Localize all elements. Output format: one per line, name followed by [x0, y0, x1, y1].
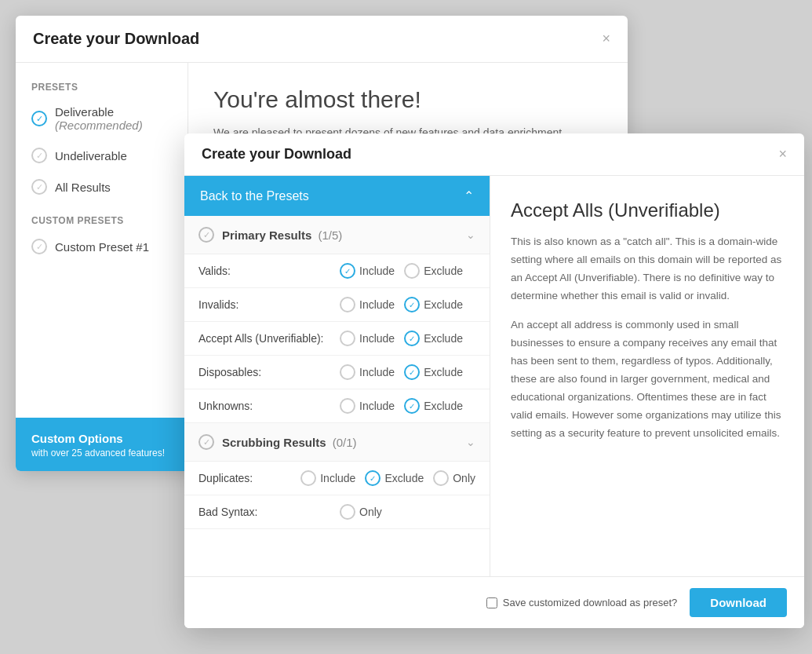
bad-syntax-only-choice[interactable]: Only — [340, 504, 382, 520]
scrubbing-results-header-left: ✓ Scrubbing Results (0/1) — [198, 434, 357, 450]
duplicates-include-circle — [300, 470, 316, 486]
duplicates-exclude-circle: ✓ — [365, 470, 381, 486]
presets-section-label: Presets — [16, 75, 188, 97]
sidebar-item-deliverable[interactable]: ✓ Deliverable (Recommended) — [16, 97, 188, 140]
bad-syntax-only-text: Only — [359, 506, 382, 518]
valids-exclude-circle — [404, 263, 420, 279]
invalids-exclude-text: Exclude — [424, 298, 463, 311]
invalids-exclude-circle: ✓ — [404, 297, 420, 312]
scrubbing-results-check-icon: ✓ — [198, 434, 214, 450]
fg-modal-header: Create your Download × — [184, 133, 804, 176]
disposables-include-circle — [340, 364, 355, 380]
scrubbing-results-header[interactable]: ✓ Scrubbing Results (0/1) ⌄ — [184, 423, 490, 462]
unknowns-include-text: Include — [359, 400, 395, 412]
save-preset-checkbox[interactable] — [486, 597, 497, 608]
unknowns-choices: Include ✓ Exclude — [340, 398, 463, 414]
duplicates-only-choice[interactable]: Only — [433, 470, 475, 486]
back-to-presets-label: Back to the Presets — [200, 189, 309, 203]
unknowns-exclude-choice[interactable]: ✓ Exclude — [404, 398, 463, 414]
bg-sidebar: Presets ✓ Deliverable (Recommended) ✓ Un… — [16, 63, 188, 471]
bad-syntax-only-circle — [340, 504, 355, 520]
disposables-include-text: Include — [359, 366, 395, 378]
invalids-choices: Include ✓ Exclude — [340, 297, 463, 312]
deliverable-label: Deliverable (Recommended) — [55, 105, 172, 132]
invalids-include-text: Include — [359, 298, 395, 311]
acceptalls-include-choice[interactable]: Include — [340, 331, 395, 346]
fg-left-panel: Back to the Presets ⌃ ✓ Primary Results … — [184, 176, 490, 576]
unknowns-label: Unknowns: — [198, 400, 340, 412]
save-preset-label[interactable]: Save customized download as preset? — [486, 597, 678, 608]
custom-options-title: Custom Options — [31, 432, 173, 445]
back-to-presets-button[interactable]: Back to the Presets ⌃ — [184, 176, 490, 216]
custom-options-subtitle: with over 25 advanced features! — [31, 448, 173, 459]
bad-syntax-label: Bad Syntax: — [198, 506, 340, 518]
info-paragraph-2: An accept all address is commonly used i… — [511, 316, 784, 443]
disposables-label: Disposables: — [198, 366, 340, 378]
sidebar-item-custom-preset-1[interactable]: ✓ Custom Preset #1 — [16, 231, 188, 262]
acceptalls-include-circle — [340, 331, 355, 346]
duplicates-row: Duplicates: Include ✓ Exclude Only — [184, 462, 490, 495]
invalids-row: Invalids: Include ✓ Exclude — [184, 288, 490, 322]
disposables-exclude-choice[interactable]: ✓ Exclude — [404, 364, 463, 380]
unknowns-include-choice[interactable]: Include — [340, 398, 395, 414]
fg-modal-body: Back to the Presets ⌃ ✓ Primary Results … — [184, 176, 804, 576]
duplicates-include-text: Include — [320, 472, 355, 484]
info-panel-title: Accept Alls (Unverifiable) — [511, 198, 784, 222]
primary-results-header-left: ✓ Primary Results (1/5) — [198, 227, 342, 243]
disposables-exclude-circle: ✓ — [404, 364, 420, 380]
acceptalls-label: Accept Alls (Unverifiable): — [198, 332, 340, 345]
fg-modal-close-icon[interactable]: × — [778, 146, 787, 163]
invalids-label: Invalids: — [198, 298, 340, 311]
valids-include-choice[interactable]: ✓ Include — [340, 263, 395, 279]
download-button[interactable]: Download — [690, 588, 787, 617]
duplicates-include-choice[interactable]: Include — [300, 470, 355, 486]
bad-syntax-row: Bad Syntax: Only — [184, 495, 490, 529]
disposables-include-choice[interactable]: Include — [340, 364, 395, 380]
bg-content-title: You're almost there! — [213, 86, 603, 113]
unknowns-exclude-circle: ✓ — [404, 398, 420, 414]
fg-modal-footer: Save customized download as preset? Down… — [184, 576, 804, 628]
undeliverable-check-icon: ✓ — [31, 148, 47, 163]
acceptalls-exclude-text: Exclude — [424, 332, 463, 345]
custom-options-banner[interactable]: Custom Options with over 25 advanced fea… — [16, 418, 188, 471]
all-results-check-icon: ✓ — [31, 179, 47, 195]
acceptalls-exclude-choice[interactable]: ✓ Exclude — [404, 331, 463, 346]
scrubbing-results-chevron-icon: ⌄ — [466, 436, 475, 448]
custom-preset-check-icon: ✓ — [31, 239, 47, 254]
sidebar-item-undeliverable[interactable]: ✓ Undeliverable — [16, 140, 188, 171]
valids-label: Valids: — [198, 265, 340, 277]
undeliverable-label: Undeliverable — [55, 149, 127, 163]
bg-modal-header: Create your Download × — [16, 16, 628, 63]
acceptalls-exclude-circle: ✓ — [404, 331, 420, 346]
disposables-exclude-text: Exclude — [424, 366, 463, 378]
valids-exclude-choice[interactable]: Exclude — [404, 263, 463, 279]
valids-exclude-text: Exclude — [424, 265, 463, 277]
primary-results-chevron-icon: ⌄ — [466, 228, 475, 241]
primary-results-header[interactable]: ✓ Primary Results (1/5) ⌄ — [184, 216, 490, 254]
primary-results-check-icon: ✓ — [198, 227, 214, 243]
save-preset-text: Save customized download as preset? — [503, 597, 678, 608]
invalids-include-choice[interactable]: Include — [340, 297, 395, 312]
invalids-exclude-choice[interactable]: ✓ Exclude — [404, 297, 463, 312]
bg-modal-title: Create your Download — [33, 30, 199, 48]
fg-modal-title: Create your Download — [202, 146, 351, 163]
sidebar-item-all-results[interactable]: ✓ All Results — [16, 171, 188, 203]
acceptalls-include-text: Include — [359, 332, 395, 345]
disposables-choices: Include ✓ Exclude — [340, 364, 463, 380]
scrubbing-results-title: Scrubbing Results (0/1) — [222, 436, 357, 449]
valids-row: Valids: ✓ Include Exclude — [184, 254, 490, 288]
duplicates-exclude-choice[interactable]: ✓ Exclude — [365, 470, 424, 486]
duplicates-only-circle — [433, 470, 449, 486]
custom-preset-label: Custom Preset #1 — [55, 240, 149, 254]
unknowns-exclude-text: Exclude — [424, 400, 463, 412]
bg-modal-close-icon[interactable]: × — [602, 31, 610, 47]
foreground-modal: Create your Download × Back to the Prese… — [184, 133, 804, 628]
deliverable-check-icon: ✓ — [31, 111, 47, 126]
unknowns-row: Unknowns: Include ✓ Exclude — [184, 389, 490, 423]
primary-results-title: Primary Results (1/5) — [222, 228, 342, 242]
duplicates-exclude-text: Exclude — [384, 472, 424, 484]
all-results-label: All Results — [55, 181, 111, 194]
fg-right-panel: Accept Alls (Unverifiable) This is also … — [490, 176, 804, 576]
acceptalls-choices: Include ✓ Exclude — [340, 331, 463, 346]
custom-presets-section-label: Custom Presets — [16, 209, 188, 231]
